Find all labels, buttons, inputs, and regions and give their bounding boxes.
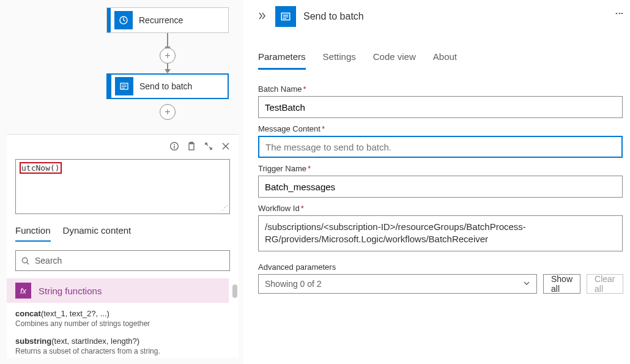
search-input[interactable]: Search: [15, 250, 230, 271]
panel-header: Send to batch: [250, 0, 630, 33]
search-placeholder: Search: [35, 256, 62, 266]
expression-panel: utcNow() ⋰ Function Dynamic content Sear…: [7, 134, 239, 358]
node-accent: [108, 75, 111, 98]
batch-icon: [115, 77, 133, 95]
more-menu-icon[interactable]: ⋮: [615, 10, 624, 18]
expression-tabs: Function Dynamic content: [7, 214, 239, 242]
add-step-button[interactable]: +: [160, 104, 176, 120]
close-icon[interactable]: [218, 138, 234, 154]
function-item-substring[interactable]: substring(text, startIndex, length?) Ret…: [7, 330, 239, 358]
expand-icon[interactable]: [201, 138, 217, 154]
connector-arrow: [167, 64, 168, 73]
label-message-content: Message Content*: [258, 124, 621, 133]
batch-name-input[interactable]: [258, 96, 623, 118]
label-workflow-id: Workflow Id*: [258, 204, 621, 213]
panel-tabs: Parameters Settings Code view About: [250, 33, 630, 70]
expression-input[interactable]: utcNow() ⋰: [15, 159, 230, 214]
expression-toolbar: [7, 135, 239, 159]
svg-rect-4: [174, 146, 174, 149]
node-label: Recurrence: [139, 15, 183, 25]
node-send-to-batch[interactable]: Send to batch: [106, 73, 229, 99]
node-recurrence[interactable]: Recurrence: [106, 7, 229, 33]
function-description: Combines any number of strings together: [15, 319, 230, 328]
tab-dynamic-content[interactable]: Dynamic content: [63, 225, 132, 242]
function-signature: concat(text_1, text_2?, ...): [15, 309, 230, 318]
label-advanced-parameters: Advanced parameters: [258, 262, 537, 272]
svg-point-7: [22, 258, 27, 262]
clipboard-icon[interactable]: [183, 138, 199, 154]
tab-settings[interactable]: Settings: [323, 51, 356, 70]
panel-title: Send to batch: [303, 11, 364, 22]
parameters-form: Batch Name* Message Content* Trigger Nam…: [250, 70, 630, 302]
add-step-button[interactable]: +: [160, 48, 176, 64]
info-icon[interactable]: [166, 138, 182, 154]
function-item-concat[interactable]: concat(text_1, text_2?, ...) Combines an…: [7, 303, 239, 330]
function-description: Returns a subset of characters from a st…: [15, 347, 230, 355]
tab-parameters[interactable]: Parameters: [258, 51, 306, 70]
advanced-parameters-row: Advanced parameters Showing 0 of 2 Show …: [258, 262, 621, 294]
function-signature: substring(text, startIndex, length?): [15, 336, 230, 346]
tab-about[interactable]: About: [433, 51, 457, 70]
tab-function[interactable]: Function: [15, 225, 51, 242]
advanced-parameters-select[interactable]: Showing 0 of 2: [258, 274, 537, 294]
show-all-button[interactable]: Show all: [543, 274, 580, 294]
expression-text: utcNow(): [20, 162, 62, 174]
trigger-name-input[interactable]: [258, 176, 623, 198]
node-label: Send to batch: [139, 81, 192, 91]
workflow-id-input[interactable]: /subscriptions/<subscription-ID>/resourc…: [258, 215, 623, 251]
search-icon: [21, 256, 30, 266]
category-title: String functions: [39, 286, 102, 296]
node-accent: [107, 8, 111, 32]
clear-all-button: Clear all: [587, 274, 623, 294]
scrollbar-thumb[interactable]: [232, 284, 237, 298]
resize-handle[interactable]: ⋰: [221, 204, 228, 212]
fx-icon: fx: [15, 283, 31, 299]
label-trigger-name: Trigger Name*: [258, 164, 621, 173]
clock-icon: [114, 11, 133, 29]
svg-point-3: [174, 144, 175, 145]
details-panel: Send to batch ⋮ Parameters Settings Code…: [250, 0, 630, 364]
category-string-functions[interactable]: fx String functions: [7, 278, 229, 303]
advanced-summary: Showing 0 of 2: [265, 279, 322, 289]
collapse-icon[interactable]: [258, 12, 268, 22]
label-batch-name: Batch Name*: [258, 84, 621, 94]
tab-code-view[interactable]: Code view: [373, 51, 416, 70]
message-content-input[interactable]: [258, 136, 623, 158]
batch-icon: [275, 6, 296, 27]
chevron-down-icon: [523, 279, 530, 289]
